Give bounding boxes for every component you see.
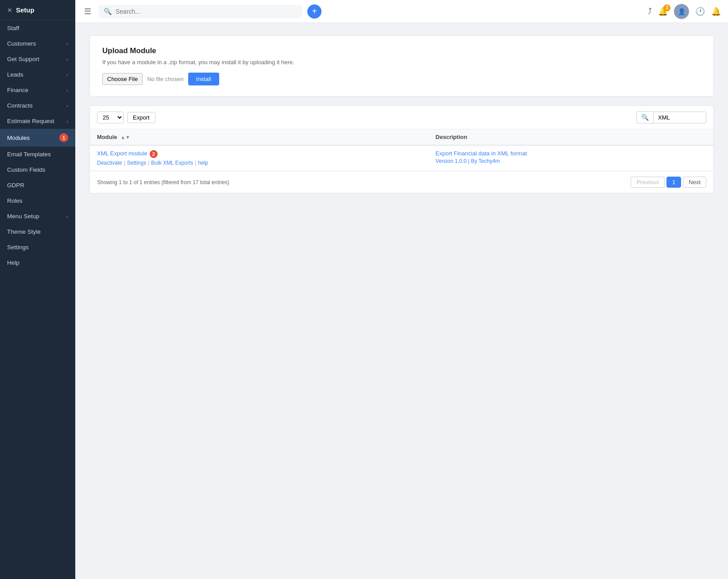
prev-page-button[interactable]: Previous <box>631 177 665 188</box>
notification-icon[interactable]: 🔔 3 <box>658 7 668 16</box>
table-toolbar: 2550100 Export 🔍 <box>90 106 713 129</box>
chevron-icon-contracts: ‹ <box>66 103 68 108</box>
choose-file-button[interactable]: Choose File <box>102 73 143 85</box>
per-page-select[interactable]: 2550100 <box>97 112 124 124</box>
menu-icon[interactable]: ☰ <box>82 5 93 18</box>
sidebar-item-help[interactable]: Help <box>0 255 75 270</box>
page-1-button[interactable]: 1 <box>666 177 681 188</box>
sidebar-item-label-theme-style: Theme Style <box>7 228 68 235</box>
sidebar-item-settings[interactable]: Settings <box>0 239 75 255</box>
history-icon[interactable]: 🕐 <box>695 7 705 16</box>
export-button[interactable]: Export <box>127 112 155 123</box>
sidebar-item-leads[interactable]: Leads‹ <box>0 67 75 82</box>
chevron-icon-finance: ‹ <box>66 88 68 93</box>
search-box: 🔍 <box>98 5 302 18</box>
table-header-row: Module ▲▼ Description <box>90 129 713 145</box>
module-actions: Deactivate|Settings|Bulk XML Exports|hel… <box>97 160 422 166</box>
search-icon: 🔍 <box>104 8 112 15</box>
table-toolbar-right: 🔍 <box>636 111 706 124</box>
module-badge: 2 <box>150 150 158 158</box>
sidebar-item-label-gdpr: GDPR <box>7 182 68 189</box>
file-no-chosen-label: No file chosen <box>147 76 183 82</box>
sidebar-item-label-modules: Modules <box>7 135 59 141</box>
main-area: ☰ 🔍 + ⤴ 🔔 3 👤 🕐 🔔 Upload Module If you h… <box>75 0 728 579</box>
install-button[interactable]: Install <box>188 73 219 85</box>
module-action-settings[interactable]: Settings <box>127 160 146 166</box>
sidebar-item-label-help: Help <box>7 259 68 266</box>
modules-table: Module ▲▼ Description XML Export module2… <box>90 129 713 171</box>
sidebar-item-label-customers: Customers <box>7 40 66 47</box>
sidebar-item-estimate-request[interactable]: Estimate Request‹ <box>0 113 75 129</box>
upload-module-title: Upload Module <box>102 46 701 55</box>
pagination: Previous 1 Next <box>631 177 706 188</box>
sidebar-item-label-menu-setup: Menu Setup <box>7 213 66 220</box>
col-module: Module ▲▼ <box>90 129 429 145</box>
sidebar-item-get-support[interactable]: Get Support‹ <box>0 51 75 67</box>
alerts-icon[interactable]: 🔔 <box>711 7 721 16</box>
sort-icon: ▲▼ <box>120 135 130 140</box>
description-version: Version 1.0.0 | By Techy4m <box>436 158 706 164</box>
sidebar-item-label-leads: Leads <box>7 71 66 78</box>
share-icon[interactable]: ⤴ <box>648 7 652 16</box>
avatar[interactable]: 👤 <box>674 4 689 19</box>
chevron-icon-get-support: ‹ <box>66 57 68 62</box>
upload-module-description: If you have a module in a .zip format, y… <box>102 59 701 66</box>
col-description: Description <box>429 129 713 145</box>
sidebar-item-label-contracts: Contracts <box>7 102 66 109</box>
chevron-icon-estimate-request: ‹ <box>66 119 68 124</box>
sidebar-item-modules[interactable]: Modules1 <box>0 129 75 147</box>
sidebar-item-menu-setup[interactable]: Menu Setup‹ <box>0 208 75 224</box>
chevron-icon-menu-setup: ‹ <box>66 214 68 219</box>
module-cell: XML Export module2Deactivate|Settings|Bu… <box>90 145 429 171</box>
table-search-input[interactable] <box>653 112 706 124</box>
file-upload-row: Choose File No file chosen Install <box>102 73 701 85</box>
sidebar-title: Setup <box>16 6 35 14</box>
sidebar-item-staff[interactable]: Staff <box>0 20 75 36</box>
chevron-icon-leads: ‹ <box>66 72 68 77</box>
topbar: ☰ 🔍 + ⤴ 🔔 3 👤 🕐 🔔 <box>75 0 728 23</box>
module-name-link[interactable]: XML Export module <box>97 150 147 157</box>
chevron-icon-customers: ‹ <box>66 41 68 46</box>
sidebar-header: ✕ Setup <box>0 0 75 20</box>
add-button[interactable]: + <box>307 4 321 19</box>
sidebar-item-label-custom-fields: Custom Fields <box>7 166 68 173</box>
content-area: Upload Module If you have a module in a … <box>75 23 728 579</box>
sidebar-item-label-settings: Settings <box>7 244 68 251</box>
sidebar-item-gdpr[interactable]: GDPR <box>0 178 75 193</box>
sidebar-item-finance[interactable]: Finance‹ <box>0 82 75 98</box>
module-action-deactivate[interactable]: Deactivate <box>97 160 122 166</box>
sidebar-item-theme-style[interactable]: Theme Style <box>0 224 75 239</box>
sidebar-item-custom-fields[interactable]: Custom Fields <box>0 162 75 178</box>
module-action-help[interactable]: help <box>198 160 208 166</box>
description-cell: Export Financial data in XML formatVersi… <box>429 145 713 171</box>
sidebar-item-roles[interactable]: Roles <box>0 193 75 208</box>
next-page-button[interactable]: Next <box>683 177 706 188</box>
upload-module-section: Upload Module If you have a module in a … <box>89 35 714 96</box>
sidebar-badge-modules: 1 <box>59 133 68 142</box>
sidebar-item-label-staff: Staff <box>7 25 68 31</box>
sidebar-item-label-estimate-request: Estimate Request <box>7 118 66 124</box>
description-link[interactable]: Export Financial data in XML format <box>436 150 527 157</box>
table-toolbar-left: 2550100 Export <box>97 112 155 124</box>
close-icon[interactable]: ✕ <box>7 7 12 14</box>
sidebar-item-label-roles: Roles <box>7 197 68 204</box>
search-input[interactable] <box>116 8 297 15</box>
modules-table-card: 2550100 Export 🔍 Module ▲▼ <box>89 105 714 193</box>
notification-badge: 3 <box>663 4 670 12</box>
sidebar: ✕ Setup StaffCustomers‹Get Support‹Leads… <box>0 0 75 579</box>
sidebar-item-label-get-support: Get Support <box>7 56 66 62</box>
module-action-bulk-xml-exports[interactable]: Bulk XML Exports <box>151 160 193 166</box>
sidebar-item-customers[interactable]: Customers‹ <box>0 36 75 51</box>
table-row: XML Export module2Deactivate|Settings|Bu… <box>90 145 713 171</box>
sidebar-item-contracts[interactable]: Contracts‹ <box>0 98 75 113</box>
sidebar-item-label-finance: Finance <box>7 87 66 93</box>
sidebar-item-label-email-templates: Email Templates <box>7 151 68 158</box>
sidebar-item-email-templates[interactable]: Email Templates <box>0 147 75 162</box>
pagination-info: Showing 1 to 1 of 1 entries (filtered fr… <box>97 179 229 185</box>
table-footer: Showing 1 to 1 of 1 entries (filtered fr… <box>90 171 713 193</box>
topbar-icons: ⤴ 🔔 3 👤 🕐 🔔 <box>648 4 721 19</box>
table-search-icon[interactable]: 🔍 <box>636 111 653 124</box>
